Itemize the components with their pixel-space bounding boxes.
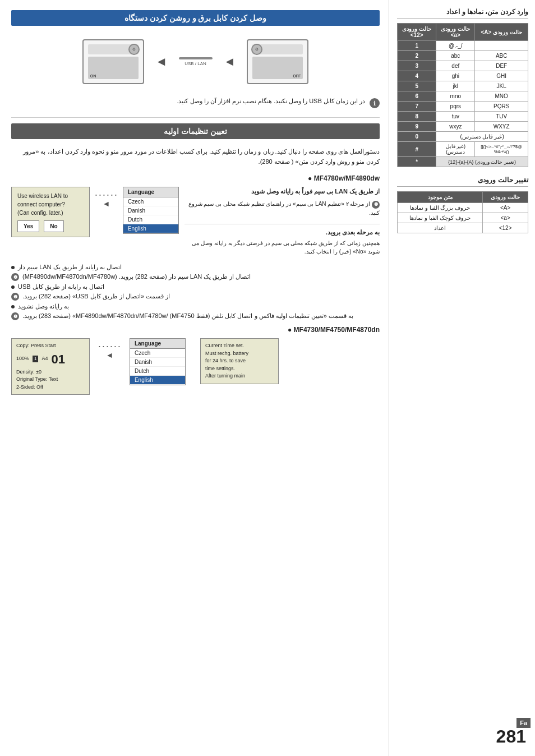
bullet-dot-1	[11, 266, 15, 269]
copy-orig-type: Original Type: Text	[16, 376, 85, 384]
lcd-wireless: Use wireless LAN to connect computer? (C…	[11, 187, 90, 237]
printer-on-icon: ON ⊙	[82, 39, 144, 84]
cell-12-4: 4	[398, 71, 436, 81]
state-col-text: متن موجود	[398, 192, 483, 203]
copy-label: Copy: Press Start	[16, 342, 56, 350]
time-line-3: for 24 hrs. to save	[205, 357, 274, 365]
lang-item-english-1[interactable]: English	[123, 224, 178, 233]
time-line-4: time settings.	[205, 365, 274, 373]
table-row: WXYZ wxyz 9	[398, 122, 528, 132]
cell-12-3: 3	[398, 61, 436, 71]
yes-button[interactable]: Yes	[17, 220, 39, 232]
copy-num: 01	[52, 350, 65, 368]
cell-A-5: JKL	[475, 81, 528, 91]
setup-description: دستورالعمل های روی صفحه را دنبال کنید. ز…	[11, 147, 380, 167]
state-title: تغییر حالت ورودی	[397, 176, 528, 187]
time-line-5: After turning main	[205, 372, 274, 380]
state-row-A: <A> حروف بزرگ الفبا و نمادها	[398, 203, 528, 213]
bullet-item-2: اتصال از طریق یک LAN سیم دار (صفحه 282) …	[11, 273, 380, 281]
lcd-line-2: connect computer?	[17, 200, 84, 209]
lang-header-1: Language	[123, 187, 178, 197]
lang-item-danish-1[interactable]: Danish	[123, 206, 178, 215]
cell-12-hash: #	[398, 142, 436, 157]
cell-a-hash: (غیر قابلدسترس)	[436, 142, 475, 157]
printer-body-2: OFF	[252, 57, 303, 79]
cell-A-2: ABC	[475, 51, 528, 61]
table-row: JKL jkl 5	[398, 81, 528, 91]
cell-a-1: /_-.@	[436, 41, 475, 51]
left-arrow-2: ◄	[106, 351, 114, 359]
state-text-a: حروف کوچک الفبا و نمادها	[398, 213, 483, 223]
ref-icon-4: ❷	[11, 312, 19, 320]
wireless-desc-text-2: همچنین زمانی که از طریق شبکه محلی بی سیم…	[185, 239, 380, 256]
bullet-dot-3	[11, 285, 15, 289]
ref-icon-3: ❷	[11, 293, 19, 301]
setup-row-wireless: Use wireless LAN to connect computer? (C…	[11, 187, 380, 256]
language-menu-1: Language Czech Danish Dutch English	[123, 187, 179, 234]
dots-arrow-2: • • • • • • ◄	[99, 338, 121, 359]
table-row: /_-.@ 1	[398, 41, 528, 51]
page-number: 281	[496, 726, 526, 747]
lang-item-dutch-2[interactable]: Dutch	[130, 367, 185, 376]
input-col-12: حالت ورودی <12>	[398, 24, 436, 41]
state-mode-A: <A>	[483, 203, 528, 213]
copy-size: A4	[41, 355, 48, 363]
model2-label: ● MF4730/MF4750/MF4870dn	[11, 326, 380, 334]
wireless-desc: از طریق یک LAN بی سیم فوراً به رایانه وص…	[185, 187, 380, 256]
no-button[interactable]: No	[44, 220, 63, 232]
table-row: MNO mno 6	[398, 91, 528, 102]
bullet-item-4: از قسمت «اتصال از طریق کابل USB» (صفحه 2…	[11, 293, 380, 301]
bullet-dot-5	[11, 305, 15, 308]
time-line-1: Current Time set.	[205, 342, 274, 350]
setup-section-header: تعیین تنظیمات اولیه	[11, 123, 380, 139]
cell-12-star: *	[398, 157, 436, 167]
wireless-desc-text-1: ❶ از مرحله ۲ «تنظیم LAN بی سیم» در راهنم…	[185, 200, 380, 217]
ref-icon-1: ❶	[372, 201, 380, 209]
table-row: (غیر قابل دسترس) 0	[398, 132, 528, 142]
cell-12-1: 1	[398, 41, 436, 51]
copy-lcd: Copy: Press Start 100% 1 A4 01 Density: …	[11, 338, 90, 395]
printer-off-icon: OFF ⊙	[247, 39, 308, 84]
cell-A-hash: @$?'!/=_'^;"#*.-<>{}[]()\\+&%	[475, 142, 528, 157]
cell-12-7: 7	[398, 102, 436, 112]
bottom-setup: Copy: Press Start 100% 1 A4 01 Density: …	[11, 338, 380, 395]
cell-a-3: def	[436, 61, 475, 71]
desc-divider	[185, 224, 380, 224]
copy-top: Copy: Press Start	[16, 342, 85, 350]
cell-a-9: wxyz	[436, 122, 475, 132]
lang-item-czech-2[interactable]: Czech	[130, 349, 185, 358]
input-col-a: حالت ورودی <a>	[436, 24, 475, 41]
main-content: وصل کردن کابل برق و روشن کردن دستگاه ON …	[0, 0, 389, 756]
state-row-a: <a> حروف کوچک الفبا و نمادها	[398, 213, 528, 223]
lang-item-czech-1[interactable]: Czech	[123, 197, 178, 206]
note-text: در این زمان کابل USB را وصل نکنید. هنگام…	[177, 98, 365, 105]
input-col-A: حالت ورودی <A>	[475, 24, 528, 41]
table-row: DEF def 3	[398, 61, 528, 71]
cell-12-5: 5	[398, 81, 436, 91]
bullet-list: اتصال به رایانه از طریق یک LAN سیم دار ا…	[11, 264, 380, 320]
current-time-area: Current Time set. Must rechg. battery fo…	[200, 338, 279, 384]
cell-A-1	[475, 41, 528, 51]
bullet-item-3: اتصال به رایانه از طریق کابل USB	[11, 283, 380, 291]
divider-1	[11, 117, 380, 118]
cell-A-6: MNO	[475, 91, 528, 102]
left-arrow-1: ◄	[103, 199, 110, 208]
dots-2: • • • • • •	[99, 344, 121, 349]
copy-density: Density: ±0	[16, 368, 85, 376]
state-mode-12: <12>	[483, 223, 528, 233]
usb-note: ℹ در این زمان کابل USB را وصل نکنید. هنگ…	[11, 98, 380, 108]
bullet-item-6: به قسمت «تعیین تنظیمات اولیه فاکس و اتصا…	[11, 312, 380, 320]
copy-pct-row: 100% 1 A4 01	[16, 350, 85, 368]
lang-item-dutch-1[interactable]: Dutch	[123, 215, 178, 224]
model2-section: ● MF4730/MF4750/MF4870dn Copy: Press Sta…	[11, 326, 380, 395]
dots-1: • • • • • •	[95, 192, 117, 197]
state-mode-a: <a>	[483, 213, 528, 223]
cell-A-7: PQRS	[475, 102, 528, 112]
cell-a-2: abc	[436, 51, 475, 61]
cable-illustration: USB / LAN	[179, 57, 213, 66]
lang-item-english-2[interactable]: English	[130, 376, 185, 385]
printer-illustration: ON ⊙ ◄ USB / LAN ◄ OFF ⊙	[11, 34, 380, 90]
lang-item-danish-2[interactable]: Danish	[130, 358, 185, 367]
wireless-desc-title-2: به مرحله بعدی بروید.	[185, 228, 380, 237]
cell-a-6: mno	[436, 91, 475, 102]
